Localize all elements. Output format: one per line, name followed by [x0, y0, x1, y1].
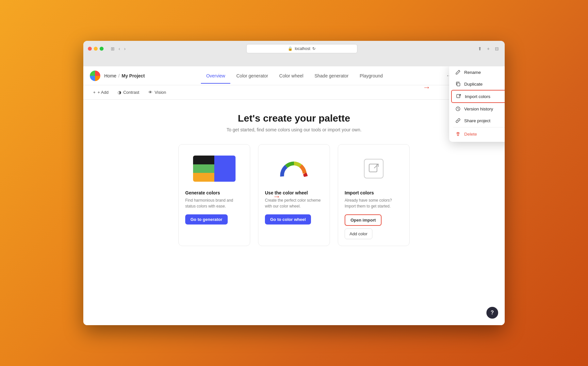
- open-import-btn[interactable]: Open import: [345, 214, 382, 226]
- go-to-generator-btn[interactable]: Go to generator: [185, 214, 228, 225]
- dropdown-menu: Rename Duplicate Import colors: [449, 66, 505, 142]
- generate-card-buttons: Go to generator: [185, 214, 228, 225]
- svg-rect-3: [457, 94, 460, 98]
- add-color-btn[interactable]: Add color: [345, 228, 372, 239]
- url-text: localhost: [295, 46, 310, 51]
- palette-cell-blue: [214, 156, 236, 182]
- generate-colors-card: Generate colors Find harmonious brand an…: [178, 144, 250, 246]
- share-project-label: Share project: [464, 118, 490, 123]
- main-content: Let's create your palette To get started…: [83, 100, 505, 325]
- vision-icon: 👁: [148, 90, 153, 95]
- page-title: Let's create your palette: [238, 113, 350, 124]
- trash-icon: [455, 131, 461, 137]
- add-label: + Add: [98, 90, 109, 95]
- address-bar[interactable]: 🔒 localhost ↻: [246, 44, 357, 53]
- menu-item-delete[interactable]: Delete: [451, 128, 505, 140]
- go-to-color-wheel-btn[interactable]: Go to color wheel: [265, 214, 311, 225]
- breadcrumb-separator: /: [118, 73, 120, 78]
- svg-rect-1: [369, 164, 377, 172]
- traffic-lights: [88, 47, 104, 51]
- cards-row: Generate colors Find harmonious brand an…: [178, 144, 410, 246]
- import-card-title: Import colors: [345, 190, 374, 195]
- svg-rect-2: [457, 83, 460, 86]
- traffic-light-fullscreen[interactable]: [100, 47, 104, 51]
- palette-grid: [193, 156, 236, 182]
- color-wheel-card: Use the color wheel Create the perfect c…: [258, 144, 330, 246]
- menu-item-import-colors[interactable]: Import colors: [451, 90, 505, 103]
- app-logo: [90, 71, 100, 81]
- tab-color-wheel[interactable]: Color wheel: [274, 71, 309, 81]
- browser-actions: ⬆ + ⊟: [477, 45, 500, 52]
- tab-playground[interactable]: Playground: [354, 71, 388, 81]
- forward-btn[interactable]: ›: [123, 45, 127, 52]
- palette-cell-orange: [193, 173, 214, 182]
- copy-icon: [455, 81, 461, 87]
- generate-illustration: [185, 152, 243, 185]
- nav-tabs: Overview Color generator Color wheel Sha…: [201, 71, 388, 81]
- sidebar-toggle-btn[interactable]: ⊞: [109, 45, 116, 52]
- color-wheel-card-title: Use the color wheel: [265, 190, 308, 195]
- tab-strip: [88, 56, 500, 66]
- color-wheel-card-buttons: Go to color wheel: [265, 214, 311, 225]
- back-btn[interactable]: ‹: [117, 45, 122, 52]
- import-icon-large: [364, 159, 384, 178]
- breadcrumb: Home / My Project: [104, 73, 145, 78]
- duplicate-label: Duplicate: [464, 82, 482, 87]
- app-toolbar: + + Add ◑ Contrast 👁 Vision ↩ ↪: [83, 85, 505, 100]
- browser-window: ⊞ ‹ › 🔒 localhost ↻ ⬆ + ⊟: [83, 41, 505, 325]
- generate-card-title: Generate colors: [185, 190, 220, 195]
- lock-icon: 🔒: [288, 46, 293, 51]
- palette-cell-green: [193, 164, 214, 173]
- pencil-icon: [455, 69, 461, 75]
- app-content: Home / My Project Overview Color generat…: [83, 66, 505, 325]
- menu-item-duplicate[interactable]: Duplicate: [451, 78, 505, 90]
- contrast-label: Contrast: [123, 90, 139, 95]
- import-colors-card: Import colors Already have some colors? …: [338, 144, 410, 246]
- breadcrumb-current: My Project: [122, 73, 145, 78]
- sidebar-btn[interactable]: ⊟: [494, 45, 500, 52]
- link-icon: [455, 118, 461, 124]
- color-wheel-svg: [280, 160, 308, 177]
- vision-btn[interactable]: 👁 Vision: [145, 88, 169, 96]
- import-colors-label: Import colors: [465, 94, 490, 99]
- help-btn[interactable]: ?: [486, 307, 498, 319]
- import-card-desc: Already have some colors? Import them to…: [345, 197, 403, 209]
- tab-overview[interactable]: Overview: [201, 71, 230, 81]
- browser-chrome: ⊞ ‹ › 🔒 localhost ↻ ⬆ + ⊟: [83, 41, 505, 66]
- tab-color-generator[interactable]: Color generator: [231, 71, 273, 81]
- new-tab-btn[interactable]: +: [486, 45, 491, 52]
- svg-point-0: [286, 169, 302, 177]
- page-subtitle: To get started, find some colors using o…: [226, 127, 361, 132]
- browser-nav-controls: ⊞ ‹ ›: [109, 45, 127, 52]
- menu-item-version-history[interactable]: Version history: [451, 103, 505, 115]
- menu-item-rename[interactable]: Rename: [451, 66, 505, 78]
- delete-label: Delete: [464, 132, 477, 137]
- generate-card-desc: Find harmonious brand and status colors …: [185, 197, 243, 209]
- traffic-light-minimize[interactable]: [94, 47, 98, 51]
- vision-label: Vision: [155, 90, 166, 95]
- rename-label: Rename: [464, 70, 481, 75]
- tab-shade-generator[interactable]: Shade generator: [309, 71, 354, 81]
- add-btn[interactable]: + + Add: [90, 88, 112, 96]
- menu-separator: [453, 127, 505, 127]
- contrast-icon: ◑: [118, 90, 121, 95]
- import-illustration: [345, 152, 403, 185]
- color-wheel-card-desc: Create the perfect color scheme with our…: [265, 197, 323, 209]
- contrast-btn[interactable]: ◑ Contrast: [114, 88, 142, 96]
- app-navbar: Home / My Project Overview Color generat…: [83, 66, 505, 85]
- import-svg-icon: [368, 163, 380, 175]
- clock-icon: [455, 106, 461, 112]
- address-bar-container: 🔒 localhost ↻: [130, 44, 473, 53]
- wheel-illustration: [265, 152, 323, 185]
- share-btn[interactable]: ⬆: [477, 45, 483, 52]
- reload-icon: ↻: [312, 46, 316, 51]
- add-icon: +: [93, 90, 96, 95]
- breadcrumb-home[interactable]: Home: [104, 73, 116, 78]
- browser-top-bar: ⊞ ‹ › 🔒 localhost ↻ ⬆ + ⊟: [88, 44, 500, 53]
- import-menu-icon: [456, 93, 462, 99]
- traffic-light-close[interactable]: [88, 47, 92, 51]
- import-card-buttons: Open import Add color: [345, 214, 403, 239]
- menu-item-share-project[interactable]: Share project: [451, 115, 505, 126]
- version-history-label: Version history: [464, 107, 493, 111]
- palette-cell-black: [193, 156, 214, 164]
